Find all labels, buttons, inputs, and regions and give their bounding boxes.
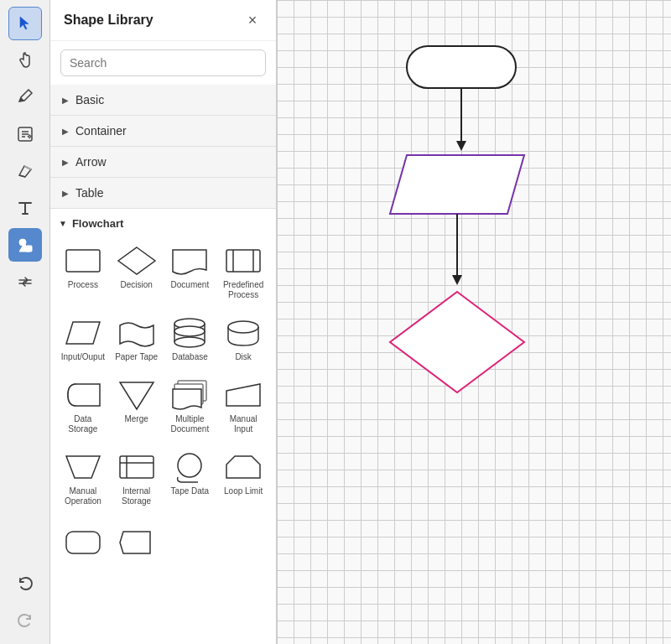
arrow-2-head bbox=[452, 275, 462, 285]
shape-data-storage[interactable]: Data Storage bbox=[59, 372, 107, 439]
table-arrow-icon: ▶ bbox=[62, 189, 69, 198]
decision-label: Decision bbox=[120, 280, 152, 290]
input-output-label: Input/Ouput bbox=[61, 352, 105, 362]
pan-tool[interactable] bbox=[8, 44, 42, 77]
library-content: ▶ Basic ▶ Container ▶ Arrow ▶ Table ▼ Fl… bbox=[50, 85, 276, 644]
table-label: Table bbox=[75, 186, 103, 200]
undo-tool[interactable] bbox=[8, 567, 42, 600]
multiple-document-label: Multiple Document bbox=[168, 414, 213, 434]
category-container[interactable]: ▶ Container bbox=[50, 116, 276, 147]
shape-tape-data[interactable]: Tape Data bbox=[166, 444, 215, 512]
svg-rect-13 bbox=[120, 456, 153, 478]
svg-point-10 bbox=[228, 321, 258, 333]
merge-label: Merge bbox=[124, 414, 148, 424]
category-arrow[interactable]: ▶ Arrow bbox=[50, 147, 276, 178]
shape-document[interactable]: Document bbox=[166, 238, 215, 305]
arrow-category-arrow-icon: ▶ bbox=[62, 158, 69, 167]
svg-rect-17 bbox=[66, 532, 100, 553]
toolbar bbox=[0, 0, 50, 644]
shape-database[interactable]: Database bbox=[166, 310, 215, 367]
manual-operation-icon bbox=[61, 449, 105, 485]
shape-manual-input[interactable]: Manual Input bbox=[219, 372, 268, 439]
flowchart-shapes-grid: Process Decision bbox=[59, 238, 268, 520]
loop-limit-label: Loop Limit bbox=[224, 486, 263, 496]
tape-data-label: Tape Data bbox=[171, 486, 210, 496]
select-tool[interactable] bbox=[8, 7, 42, 40]
manual-operation-label: Manual Operation bbox=[60, 486, 106, 506]
disk-label: Disk bbox=[235, 352, 251, 362]
manual-input-icon bbox=[221, 377, 265, 413]
flowchart-header[interactable]: ▼ Flowchart bbox=[59, 217, 268, 230]
category-basic[interactable]: ▶ Basic bbox=[50, 85, 276, 116]
edit-tool[interactable] bbox=[8, 117, 42, 151]
flowchart-section: ▼ Flowchart Process bbox=[50, 209, 276, 572]
flowchart-shapes-grid-2 bbox=[59, 520, 268, 572]
terminal-shape[interactable] bbox=[407, 46, 516, 88]
extra-1-icon bbox=[61, 525, 105, 560]
shape-decision[interactable]: Decision bbox=[112, 238, 161, 305]
document-icon bbox=[168, 243, 211, 278]
disk-icon bbox=[221, 315, 265, 351]
shape-manual-operation[interactable]: Manual Operation bbox=[59, 444, 107, 512]
database-label: Database bbox=[172, 352, 208, 362]
shape-input-output[interactable]: Input/Ouput bbox=[59, 310, 107, 367]
predefined-process-label: Predefined Process bbox=[221, 280, 266, 300]
process-label: Process bbox=[68, 280, 98, 290]
database-icon bbox=[168, 315, 211, 351]
svg-rect-4 bbox=[226, 250, 260, 272]
shape-paper-tape[interactable]: Paper Tape bbox=[112, 310, 161, 367]
library-title: Shape Library bbox=[64, 13, 153, 28]
paper-tape-icon bbox=[115, 315, 159, 351]
svg-point-8 bbox=[174, 337, 205, 347]
basic-label: Basic bbox=[75, 93, 104, 106]
svg-point-16 bbox=[178, 454, 201, 477]
data-storage-icon bbox=[61, 377, 105, 413]
loop-limit-icon bbox=[221, 449, 265, 485]
shape-predefined-process[interactable]: Predefined Process bbox=[219, 238, 268, 305]
canvas-svg bbox=[277, 0, 671, 644]
text-tool[interactable] bbox=[8, 191, 42, 225]
flowchart-label-text: Flowchart bbox=[72, 217, 123, 230]
container-label: Container bbox=[75, 124, 127, 138]
pencil-tool[interactable] bbox=[8, 80, 42, 114]
document-label: Document bbox=[171, 280, 210, 290]
diamond-shape[interactable] bbox=[390, 292, 524, 392]
manual-input-label: Manual Input bbox=[221, 414, 266, 434]
merge-icon bbox=[115, 377, 159, 413]
shape-internal-storage[interactable]: Internal Storage bbox=[112, 444, 161, 512]
extra-2-icon bbox=[115, 525, 159, 560]
shapes-tool[interactable] bbox=[8, 228, 42, 262]
predefined-process-icon bbox=[221, 243, 265, 278]
decision-icon bbox=[115, 243, 159, 278]
tape-data-icon bbox=[168, 449, 211, 485]
shape-library-panel: Shape Library × ▶ Basic ▶ Container ▶ Ar… bbox=[50, 0, 277, 644]
paper-tape-label: Paper Tape bbox=[115, 352, 158, 362]
svg-point-9 bbox=[174, 326, 205, 336]
redo-tool[interactable] bbox=[8, 604, 42, 637]
shape-loop-limit[interactable]: Loop Limit bbox=[219, 444, 268, 512]
process-icon bbox=[61, 243, 105, 278]
basic-arrow-icon: ▶ bbox=[62, 96, 69, 105]
eraser-tool[interactable] bbox=[8, 154, 42, 188]
shape-merge[interactable]: Merge bbox=[112, 372, 161, 439]
internal-storage-icon bbox=[115, 449, 159, 485]
canvas-area[interactable] bbox=[277, 0, 671, 644]
shape-disk[interactable]: Disk bbox=[219, 310, 268, 367]
arrow-1-head bbox=[456, 141, 466, 151]
data-storage-label: Data Storage bbox=[60, 414, 106, 434]
library-header: Shape Library × bbox=[50, 0, 276, 41]
shape-extra-1[interactable] bbox=[59, 520, 107, 567]
more-tool[interactable] bbox=[8, 265, 42, 299]
input-output-icon bbox=[61, 315, 105, 351]
internal-storage-label: Internal Storage bbox=[114, 486, 159, 506]
container-arrow-icon: ▶ bbox=[62, 127, 69, 136]
category-table[interactable]: ▶ Table bbox=[50, 178, 276, 209]
parallelogram-shape[interactable] bbox=[390, 155, 524, 214]
shape-process[interactable]: Process bbox=[59, 238, 107, 305]
search-input[interactable] bbox=[60, 49, 266, 76]
close-button[interactable]: × bbox=[242, 10, 263, 30]
shape-extra-2[interactable] bbox=[112, 520, 161, 567]
multiple-document-icon bbox=[168, 377, 211, 413]
arrow-label: Arrow bbox=[75, 155, 107, 169]
shape-multiple-document[interactable]: Multiple Document bbox=[166, 372, 215, 439]
